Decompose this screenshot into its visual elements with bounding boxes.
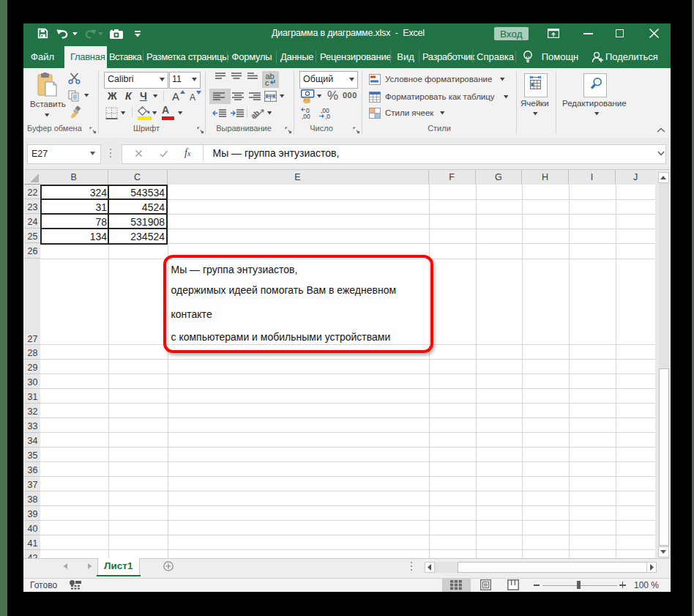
svg-text:,0: ,0 bbox=[325, 113, 330, 120]
svg-text:,00: ,00 bbox=[302, 113, 310, 120]
